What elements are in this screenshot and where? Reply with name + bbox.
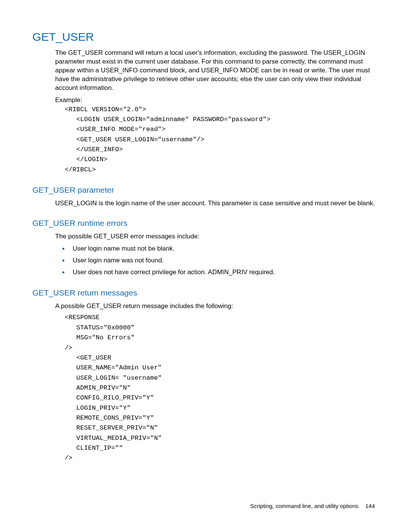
parameter-block: USER_LOGIN is the login name of the user…	[55, 199, 375, 208]
parameter-text: USER_LOGIN is the login name of the user…	[55, 199, 375, 208]
intro-block: The GET_USER command will return a local…	[55, 49, 375, 175]
page-footer: Scripting, command line, and utility opt…	[250, 503, 375, 509]
return-block: A possible GET_USER return message inclu…	[55, 302, 375, 463]
example-label: Example:	[55, 96, 375, 104]
example-code: <RIBCL VERSION="2.0"> <LOGIN USER_LOGIN=…	[65, 105, 375, 175]
footer-text: Scripting, command line, and utility opt…	[250, 503, 358, 509]
runtime-heading: GET_USER runtime errors	[32, 219, 375, 228]
section-title: GET_USER	[32, 30, 375, 43]
page-number: 144	[365, 503, 375, 509]
list-item: User login name must not be blank.	[59, 243, 375, 254]
runtime-block: The possible GET_USER error messages inc…	[55, 232, 375, 278]
return-heading: GET_USER return messages	[32, 288, 375, 297]
intro-paragraph: The GET_USER command will return a local…	[55, 49, 375, 93]
list-item: User login name was not found.	[59, 255, 375, 265]
list-item: User does not have correct privilege for…	[59, 267, 375, 277]
parameter-heading: GET_USER parameter	[32, 185, 375, 195]
runtime-error-list: User login name must not be blank.User l…	[59, 243, 375, 278]
return-code: <RESPONSE STATUS="0x0000" MSG="No Errors…	[65, 313, 375, 463]
return-intro: A possible GET_USER return message inclu…	[55, 302, 375, 311]
runtime-intro: The possible GET_USER error messages inc…	[55, 232, 375, 241]
